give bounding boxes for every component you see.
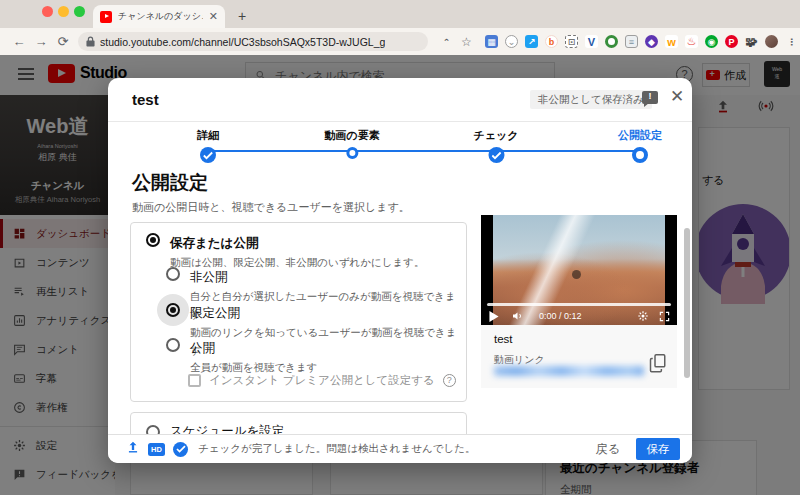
step-details[interactable]: 詳細 <box>197 128 219 163</box>
extensions-puzzle-icon[interactable]: 🧩︎ <box>743 33 760 50</box>
player-settings-icon[interactable] <box>637 309 649 323</box>
lock-icon <box>86 36 95 47</box>
checks-complete-icon <box>173 442 188 457</box>
video-link-blurred[interactable] <box>494 366 644 376</box>
radio-unchecked-icon <box>166 267 180 281</box>
dialog-footer: HD チェックが完了しました。問題は検出されませんでした。 戻る 保存 <box>108 434 692 463</box>
dialog-header-divider <box>108 121 692 122</box>
back-button[interactable]: 戻る <box>586 436 630 463</box>
saved-status-chip: 非公開として保存済み <box>530 90 652 109</box>
time-display: 0:00 / 0:12 <box>539 311 582 321</box>
play-button[interactable] <box>489 309 499 323</box>
extension-icon-bitly[interactable]: b <box>543 33 560 50</box>
step-checks[interactable]: チェック <box>473 128 518 163</box>
extension-icon-hydrant[interactable]: ♨ <box>683 33 700 50</box>
browser-toolbar: ← → ⟳ studio.youtube.com/channel/UC3sbso… <box>0 28 800 55</box>
window-close-button[interactable] <box>42 6 53 17</box>
publish-options-panel: 保存または公開 動画は公開、限定公開、非公開のいずれかにします。 非公開 自分と… <box>130 222 467 402</box>
radio-checked-icon <box>146 233 160 247</box>
screen: チャンネルのダッシュボード - Yo ✕ + ← → ⟳ studio.yout… <box>0 0 800 495</box>
extension-icon-pocket[interactable]: ⌄ <box>503 33 520 50</box>
radio-public[interactable]: 公開 全員が動画を視聴できます <box>166 338 317 375</box>
share-icon[interactable]: ⌃ <box>438 33 455 50</box>
video-visibility-dialog: test 非公開として保存済み ✕ 詳細 動画の要素 チェック 公開設定 公開設… <box>108 78 692 463</box>
tab-close-icon[interactable]: ✕ <box>209 11 218 22</box>
upload-complete-icon <box>126 440 140 458</box>
extension-icon-pinterest[interactable]: P <box>723 33 740 50</box>
browser-profile-avatar[interactable] <box>763 33 780 50</box>
stepper-line <box>208 150 640 152</box>
extension-icon-screenshot[interactable]: ⊡ <box>563 33 580 50</box>
browser-tabstrip: チャンネルのダッシュボード - Yo ✕ + <box>0 0 800 28</box>
step-active-icon <box>632 147 648 163</box>
radio-unchecked-icon <box>166 338 180 352</box>
step-done-icon <box>200 147 216 163</box>
extension-icon-purple[interactable]: ◆ <box>643 33 660 50</box>
new-tab-button[interactable]: + <box>233 7 251 25</box>
tab-title: チャンネルのダッシュボード - Yo <box>118 10 203 23</box>
radio-save-or-publish[interactable]: 保存または公開 動画は公開、限定公開、非公開のいずれかにします。 <box>146 233 424 270</box>
hd-badge: HD <box>148 443 165 456</box>
visibility-heading: 公開設定 <box>132 170 208 196</box>
fullscreen-icon[interactable] <box>659 309 670 323</box>
help-icon[interactable]: ? <box>443 374 456 387</box>
progress-bar[interactable] <box>487 303 671 306</box>
youtube-favicon-icon <box>100 11 112 23</box>
extension-icon-green[interactable]: ◉ <box>703 33 720 50</box>
dialog-scrollbar[interactable] <box>684 228 690 378</box>
volume-icon[interactable] <box>511 309 524 323</box>
visibility-subheading: 動画の公開日時と、視聴できるユーザーを選択します。 <box>132 200 410 215</box>
url-bar[interactable]: studio.youtube.com/channel/UC3sbsohSAQx5… <box>78 32 428 51</box>
step-done-icon <box>488 147 504 163</box>
forward-icon[interactable]: → <box>30 34 52 49</box>
video-player[interactable]: 0:00 / 0:12 <box>481 215 677 325</box>
window-zoom-button[interactable] <box>74 6 85 17</box>
dialog-title: test <box>132 91 159 108</box>
extension-icon-w[interactable]: w <box>663 33 680 50</box>
window-minimize-button[interactable] <box>58 6 69 17</box>
url-text: studio.youtube.com/channel/UC3sbsohSAQx5… <box>100 36 385 48</box>
checkbox-unchecked-icon <box>188 374 201 387</box>
bookmark-star-icon[interactable]: ☆ <box>458 33 475 50</box>
checks-status-message: チェックが完了しました。問題は検出されませんでした。 <box>198 442 475 456</box>
extension-icon-capture[interactable]: ▦ <box>483 33 500 50</box>
video-info-card: test 動画リンク <box>481 325 677 388</box>
video-link-label: 動画リンク <box>494 353 545 367</box>
extension-icon-wreath[interactable] <box>603 33 620 50</box>
step-video-elements[interactable]: 動画の要素 <box>324 128 379 159</box>
save-button[interactable]: 保存 <box>636 438 680 460</box>
extension-icon-share[interactable]: ↗ <box>523 33 540 50</box>
extension-icon-v[interactable]: V <box>583 33 600 50</box>
video-filename: test <box>494 333 513 345</box>
premiere-checkbox-row: インスタント プレミア公開として設定する ? <box>188 373 456 388</box>
close-icon[interactable]: ✕ <box>666 86 688 108</box>
step-visibility[interactable]: 公開設定 <box>618 128 662 163</box>
step-todo-icon <box>346 147 358 159</box>
reload-icon[interactable]: ⟳ <box>52 34 74 49</box>
browser-menu-kebab-icon[interactable]: ⋮ <box>783 33 800 50</box>
send-feedback-icon[interactable] <box>642 91 658 104</box>
back-icon[interactable]: ← <box>8 34 30 49</box>
radio-checked-icon <box>166 303 180 317</box>
copy-link-icon[interactable] <box>649 353 671 377</box>
browser-tab[interactable]: チャンネルのダッシュボード - Yo ✕ <box>93 5 225 28</box>
extension-icon-document[interactable]: ≡ <box>623 33 640 50</box>
